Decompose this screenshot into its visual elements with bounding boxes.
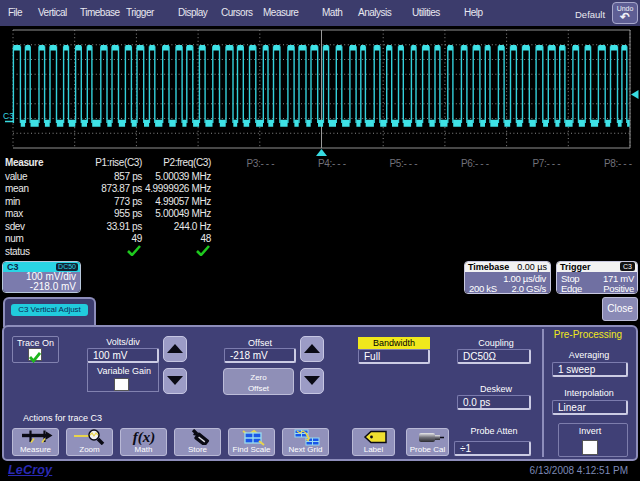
svg-text:C3: C3 bbox=[3, 111, 14, 121]
svg-text:f(x): f(x) bbox=[132, 429, 155, 445]
